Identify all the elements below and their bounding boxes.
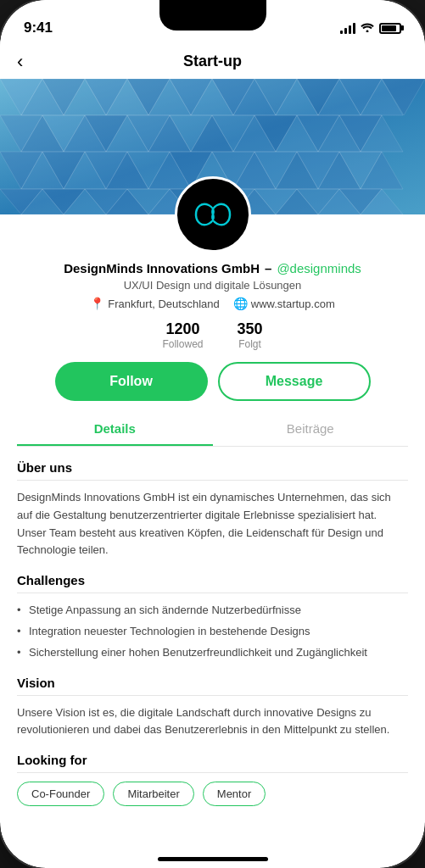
folgt-number: 350 <box>237 320 262 338</box>
phone-screen: 9:41 <box>0 0 425 868</box>
tag-mentor[interactable]: Mentor <box>203 782 266 806</box>
location-item: 📍 Frankfurt, Deutschland <box>90 297 220 310</box>
status-time: 9:41 <box>24 19 53 36</box>
website-item[interactable]: 🌐 www.startup.com <box>233 297 335 310</box>
wifi-icon <box>361 21 374 35</box>
tab-beitraege[interactable]: Beiträge <box>213 413 409 446</box>
followed-number: 1200 <box>162 320 203 338</box>
section-title-challenges: Challenges <box>17 573 408 587</box>
battery-icon <box>379 23 401 34</box>
tag-cofounder[interactable]: Co-Founder <box>17 782 104 806</box>
globe-icon: 🌐 <box>233 297 248 310</box>
tags-row: Co-Founder Mitarbeiter Mentor <box>17 782 408 806</box>
section-title-about: Über uns <box>17 460 408 475</box>
location-icon: 📍 <box>90 297 104 310</box>
content-area: Über uns DesignMinds Innovations GmbH is… <box>0 447 425 833</box>
list-item: Stetige Anpassung an sich ändernde Nutze… <box>17 602 408 620</box>
profile-handle[interactable]: @designminds <box>277 261 361 275</box>
profile-separator: – <box>265 261 271 275</box>
app-header: ‹ Start-up <box>0 44 425 79</box>
stat-folgt: 350 Folgt <box>237 320 262 350</box>
list-item: Integration neuester Technologien in bes… <box>17 623 408 641</box>
avatar <box>175 176 251 253</box>
stat-followed: 1200 Followed <box>162 320 203 350</box>
notch <box>159 0 266 31</box>
tab-details[interactable]: Details <box>17 413 213 446</box>
signal-bars-icon <box>340 22 355 34</box>
page-title: Start-up <box>183 53 242 70</box>
profile-name-line: DesignMinds Innovations GmbH – @designmi… <box>17 261 408 275</box>
follow-button[interactable]: Follow <box>55 362 208 401</box>
about-text: DesignMinds Innovations GmbH ist ein dyn… <box>17 489 408 559</box>
profile-name: DesignMinds Innovations GmbH <box>64 261 260 275</box>
website-text: www.startup.com <box>251 298 335 310</box>
home-indicator <box>158 857 268 861</box>
divider-challenges <box>17 593 408 593</box>
profile-info: DesignMinds Innovations GmbH – @designmi… <box>0 253 425 310</box>
divider-vision <box>17 695 408 696</box>
profile-subtitle: UX/UI Design und digitale Lösungen <box>17 279 408 292</box>
profile-meta: 📍 Frankfurt, Deutschland 🌐 www.startup.c… <box>17 297 408 310</box>
phone-frame: 9:41 <box>0 0 425 868</box>
section-title-vision: Vision <box>17 676 408 690</box>
folgt-label: Folgt <box>237 338 262 350</box>
divider-looking-for <box>17 772 408 773</box>
message-button[interactable]: Message <box>218 362 371 401</box>
location-text: Frankfurt, Deutschland <box>108 298 220 310</box>
list-item: Sicherstellung einer hohen Benutzerfreun… <box>17 644 408 662</box>
tag-mitarbeiter[interactable]: Mitarbeiter <box>113 782 193 806</box>
challenges-list: Stetige Anpassung an sich ändernde Nutze… <box>17 602 408 661</box>
status-icons <box>340 21 401 35</box>
divider-about <box>17 480 408 481</box>
vision-text: Unsere Vision ist es, die digitale Lands… <box>17 704 408 740</box>
back-button[interactable]: ‹ <box>17 51 23 73</box>
followed-label: Followed <box>162 338 203 350</box>
avatar-logo <box>183 185 243 244</box>
section-title-looking-for: Looking for <box>17 753 408 767</box>
action-buttons: Follow Message <box>0 350 425 413</box>
tabs: Details Beiträge <box>17 413 408 447</box>
avatar-container <box>0 176 425 253</box>
stats-row: 1200 Followed 350 Folgt <box>0 320 425 350</box>
